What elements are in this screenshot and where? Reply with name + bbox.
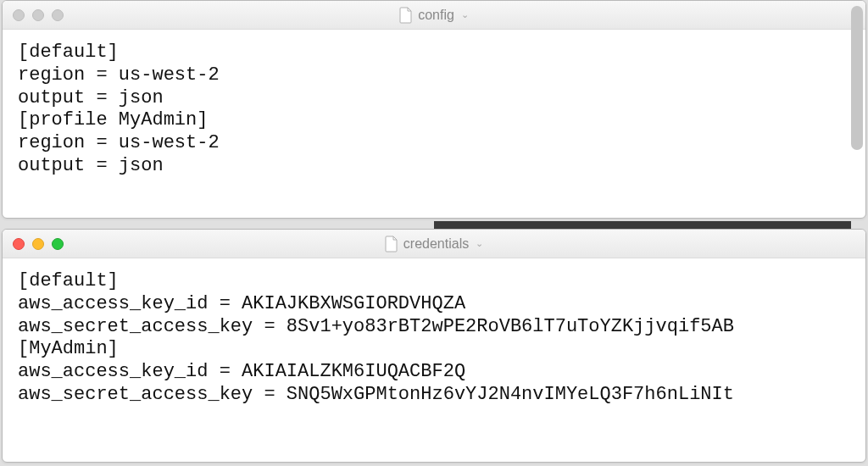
file-line: aws_access_key_id = AKIAJKBXWSGIORDVHQZA	[18, 293, 465, 314]
file-line: region = us-west-2	[18, 64, 220, 86]
document-icon[interactable]	[385, 236, 398, 252]
file-line: output = json	[18, 155, 164, 176]
editor-window-credentials: credentials ⌄ [default] aws_access_key_i…	[2, 229, 866, 463]
traffic-lights	[13, 238, 64, 250]
file-line: [MyAdmin]	[18, 338, 119, 359]
traffic-lights	[13, 9, 64, 21]
editor-content[interactable]: [default] region = us-west-2 output = js…	[3, 30, 865, 218]
document-icon[interactable]	[399, 7, 413, 24]
file-line: output = json	[18, 87, 164, 108]
file-line: aws_access_key_id = AKIAIALZKM6IUQACBF2Q	[18, 361, 465, 382]
scrollbar-thumb[interactable]	[851, 6, 863, 150]
close-icon[interactable]	[13, 9, 25, 21]
editor-window-config: config ⌄ [default] region = us-west-2 ou…	[2, 0, 866, 219]
titlebar[interactable]: credentials ⌄	[3, 230, 865, 258]
close-icon[interactable]	[13, 238, 25, 250]
zoom-icon[interactable]	[52, 238, 64, 250]
minimize-icon[interactable]	[32, 9, 44, 21]
file-line: [profile MyAdmin]	[18, 109, 208, 130]
window-title[interactable]: config	[418, 8, 454, 23]
titlebar[interactable]: config ⌄	[3, 1, 865, 30]
file-line: region = us-west-2	[18, 132, 220, 153]
window-title[interactable]: credentials	[403, 236, 469, 252]
editor-content[interactable]: [default] aws_access_key_id = AKIAJKBXWS…	[3, 258, 865, 462]
file-line: aws_secret_access_key = SNQ5WxGPMtonHz6v…	[18, 384, 734, 405]
zoom-icon[interactable]	[52, 9, 64, 21]
file-line: aws_secret_access_key = 8Sv1+yo83rBT2wPE…	[18, 316, 734, 337]
file-line: [default]	[18, 270, 119, 291]
chevron-down-icon[interactable]: ⌄	[461, 9, 469, 20]
minimize-icon[interactable]	[32, 238, 44, 250]
file-line: [default]	[18, 42, 119, 63]
chevron-down-icon[interactable]: ⌄	[476, 238, 483, 249]
